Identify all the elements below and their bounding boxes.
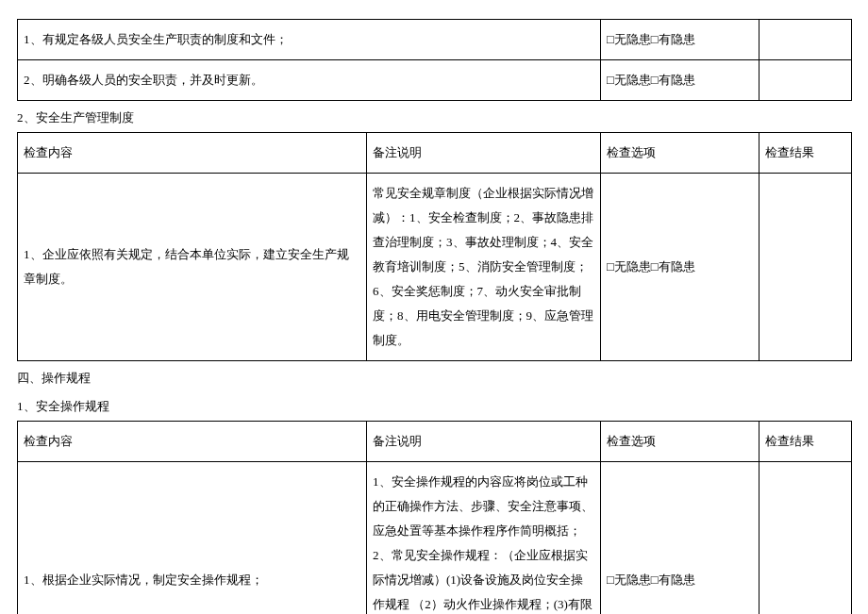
section2-table: 检查内容 备注说明 检查选项 检查结果 1、企业应依照有关规定，结合本单位实际，… <box>17 132 852 361</box>
checkbox-empty-icon: □ <box>651 259 659 274</box>
header-content: 检查内容 <box>18 133 367 174</box>
cell-result <box>760 60 852 101</box>
option-label-b: 有隐患 <box>659 73 695 87</box>
cell-option: □无隐患□有隐患 <box>601 20 760 60</box>
checkbox-empty-icon: □ <box>651 573 659 587</box>
checkbox-empty-icon: □ <box>651 73 659 87</box>
header-result: 检查结果 <box>760 422 852 462</box>
table-row: 1、有规定各级人员安全生产职责的制度和文件； □无隐患□有隐患 <box>18 20 852 60</box>
option-label-a: 无隐患 <box>614 32 651 46</box>
cell-remark: 1、安全操作规程的内容应将岗位或工种的正确操作方法、步骤、安全注意事项、应急处置… <box>367 462 601 614</box>
cell-result <box>760 174 852 361</box>
section4-table: 检查内容 备注说明 检查选项 检查结果 1、根据企业实际情况，制定安全操作规程；… <box>17 421 852 614</box>
checkbox-empty-icon: □ <box>607 73 614 87</box>
cell-option: □无隐患□有隐患 <box>601 60 760 101</box>
header-remark: 备注说明 <box>367 422 601 462</box>
table-row: 1、企业应依照有关规定，结合本单位实际，建立安全生产规章制度。 常见安全规章制度… <box>18 174 852 361</box>
option-label-b: 有隐患 <box>659 573 695 587</box>
header-option: 检查选项 <box>601 133 760 174</box>
option-label-b: 有隐患 <box>659 32 695 46</box>
option-label-a: 无隐患 <box>614 259 651 274</box>
header-content: 检查内容 <box>18 422 367 462</box>
cell-option: □无隐患□有隐患 <box>601 462 760 614</box>
checkbox-empty-icon: □ <box>607 32 614 46</box>
table-row: 2、明确各级人员的安全职责，并及时更新。 □无隐患□有隐患 <box>18 60 852 101</box>
cell-content: 1、根据企业实际情况，制定安全操作规程； <box>18 462 367 614</box>
option-label-a: 无隐患 <box>614 73 651 87</box>
option-label-b: 有隐患 <box>659 259 695 274</box>
cell-content: 1、企业应依照有关规定，结合本单位实际，建立安全生产规章制度。 <box>18 174 367 361</box>
cell-content: 2、明确各级人员的安全职责，并及时更新。 <box>18 60 601 101</box>
section-2-title: 2、安全生产管理制度 <box>17 107 851 128</box>
option-label-a: 无隐患 <box>614 573 651 587</box>
checkbox-empty-icon: □ <box>651 32 659 46</box>
table-row: 1、根据企业实际情况，制定安全操作规程； 1、安全操作规程的内容应将岗位或工种的… <box>18 462 852 614</box>
table-header-row: 检查内容 备注说明 检查选项 检查结果 <box>18 133 852 174</box>
top-table: 1、有规定各级人员安全生产职责的制度和文件； □无隐患□有隐患 2、明确各级人员… <box>17 19 852 101</box>
cell-option: □无隐患□有隐患 <box>601 174 760 361</box>
cell-result <box>760 462 852 614</box>
checkbox-empty-icon: □ <box>607 573 614 587</box>
cell-content: 1、有规定各级人员安全生产职责的制度和文件； <box>18 20 601 60</box>
section-4-sub-title: 1、安全操作规程 <box>17 395 851 417</box>
header-result: 检查结果 <box>760 133 852 174</box>
cell-result <box>760 20 852 60</box>
header-remark: 备注说明 <box>367 133 601 174</box>
table-header-row: 检查内容 备注说明 检查选项 检查结果 <box>18 422 852 462</box>
cell-remark: 常见安全规章制度（企业根据实际情况增减）：1、安全检查制度；2、事故隐患排查治理… <box>367 174 601 361</box>
header-option: 检查选项 <box>601 422 760 462</box>
checkbox-empty-icon: □ <box>607 259 614 274</box>
section-4-title: 四、操作规程 <box>17 367 851 389</box>
